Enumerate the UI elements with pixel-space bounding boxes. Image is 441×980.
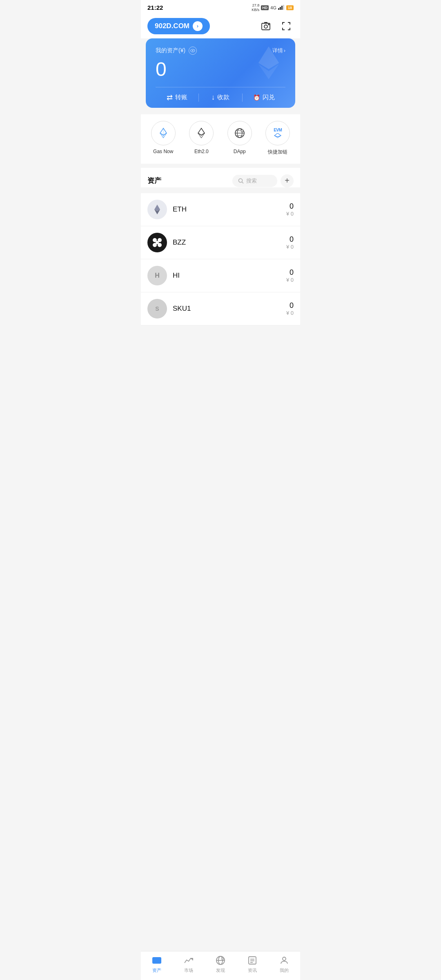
gas-now-icon <box>151 121 176 145</box>
token-eth-left: ETH <box>147 200 187 219</box>
token-hi-left: H HI <box>147 266 180 285</box>
search-placeholder: 搜索 <box>246 177 257 185</box>
svg-rect-2 <box>281 6 283 10</box>
add-token-button[interactable]: + <box>281 174 294 187</box>
brand-button[interactable]: 902D.COM › <box>147 18 210 34</box>
svg-point-29 <box>239 178 243 182</box>
hi-symbol: HI <box>173 272 180 280</box>
dapp-label: DApp <box>234 149 246 154</box>
hi-cny: ¥ 0 <box>286 277 294 283</box>
search-icon <box>238 178 244 184</box>
token-item-eth[interactable]: ETH 0 ¥ 0 <box>141 193 300 226</box>
quick-chain-icon: EVM <box>265 121 290 145</box>
token-item-hi[interactable]: H HI 0 ¥ 0 <box>141 259 300 292</box>
sku1-balance: 0 ¥ 0 <box>286 301 294 316</box>
hi-avatar: H <box>147 266 167 285</box>
status-speed: 27.8KB/s <box>252 3 259 12</box>
bzz-avatar <box>147 233 167 252</box>
sku1-amount: 0 <box>286 301 294 310</box>
token-item-sku1[interactable]: S SKU1 0 ¥ 0 <box>141 292 300 325</box>
eth-avatar <box>147 200 167 219</box>
signal-icon <box>278 5 285 11</box>
assets-section: 资产 搜索 + <box>141 168 300 187</box>
battery-icon: 18 <box>286 5 294 10</box>
eye-icon[interactable] <box>189 47 197 55</box>
token-item-bzz[interactable]: BZZ 0 ¥ 0 <box>141 226 300 259</box>
sku1-cny: ¥ 0 <box>286 310 294 316</box>
receive-label: 收款 <box>217 94 229 101</box>
sku1-avatar: S <box>147 299 167 318</box>
quick-menu-eth2[interactable]: Eth2.0 <box>185 121 218 156</box>
flash-icon: ⏰ <box>253 94 260 101</box>
svg-rect-1 <box>280 7 281 10</box>
asset-label: 我的资产(¥) <box>156 47 197 55</box>
eth2-icon <box>189 121 214 145</box>
token-sku1-left: S SKU1 <box>147 299 191 318</box>
hi-balance: 0 ¥ 0 <box>286 268 294 283</box>
network-icon: 4G <box>270 5 276 10</box>
quick-menu: Gas Now Eth2.0 <box>141 114 300 164</box>
transfer-icon: ⇄ <box>167 93 173 102</box>
asset-label-text: 我的资产(¥) <box>156 47 185 54</box>
card-actions: ⇄ 转账 ↓ 收款 ⏰ 闪兑 <box>156 87 285 108</box>
dapp-icon <box>227 121 252 145</box>
token-bzz-left: BZZ <box>147 233 186 252</box>
svg-marker-28 <box>274 136 281 138</box>
receive-icon: ↓ <box>211 93 215 102</box>
status-time: 21:22 <box>147 4 163 11</box>
gas-now-label: Gas Now <box>153 149 173 154</box>
svg-rect-0 <box>278 8 279 10</box>
brand-text: 902D.COM <box>155 22 189 30</box>
flash-exchange-button[interactable]: ⏰ 闪兑 <box>243 94 285 101</box>
status-bar: 21:22 27.8KB/s HD 4G 18 <box>141 0 300 14</box>
eth-balance: 0 ¥ 0 <box>286 202 294 217</box>
camera-add-button[interactable] <box>258 19 273 33</box>
sku1-symbol: SKU1 <box>173 305 191 313</box>
brand-arrow-icon: › <box>193 21 203 31</box>
assets-title: 资产 <box>147 176 161 185</box>
scan-button[interactable] <box>279 19 294 33</box>
hd-icon: HD <box>261 5 269 10</box>
status-icons: 27.8KB/s HD 4G 18 <box>252 3 294 12</box>
transfer-label: 转账 <box>175 94 187 101</box>
hi-amount: 0 <box>286 268 294 277</box>
nav-action-icons <box>258 19 294 33</box>
bzz-amount: 0 <box>286 235 294 244</box>
eth-cny: ¥ 0 <box>286 211 294 217</box>
quick-menu-dapp[interactable]: DApp <box>223 121 256 156</box>
eth-amount: 0 <box>286 202 294 211</box>
asset-card: 我的资产(¥) 详情 › 0 <box>146 38 295 108</box>
search-input-wrap[interactable]: 搜索 <box>232 175 277 187</box>
quick-menu-chain[interactable]: EVM 快捷加链 <box>261 121 294 156</box>
eth2-label: Eth2.0 <box>194 149 209 154</box>
quick-chain-label: 快捷加链 <box>268 149 287 156</box>
nav-bar: 902D.COM › <box>141 14 300 38</box>
svg-point-37 <box>156 241 159 244</box>
svg-marker-18 <box>198 133 205 138</box>
transfer-button[interactable]: ⇄ 转账 <box>156 93 198 102</box>
token-list: ETH 0 ¥ 0 BZZ <box>141 193 300 325</box>
bzz-symbol: BZZ <box>173 238 186 247</box>
receive-button[interactable]: ↓ 收款 <box>199 93 242 102</box>
bzz-balance: 0 ¥ 0 <box>286 235 294 250</box>
eth-watermark <box>250 45 287 83</box>
bzz-cny: ¥ 0 <box>286 244 294 250</box>
assets-header: 资产 搜索 + <box>147 174 294 187</box>
eth-symbol: ETH <box>173 205 187 214</box>
search-bar: 搜索 + <box>232 174 294 187</box>
svg-rect-3 <box>283 5 284 10</box>
svg-point-10 <box>192 50 194 51</box>
svg-point-5 <box>264 25 267 28</box>
svg-marker-11 <box>258 47 279 69</box>
svg-line-30 <box>242 182 244 183</box>
flash-label: 闪兑 <box>263 94 275 101</box>
quick-menu-gas-now[interactable]: Gas Now <box>147 121 180 156</box>
